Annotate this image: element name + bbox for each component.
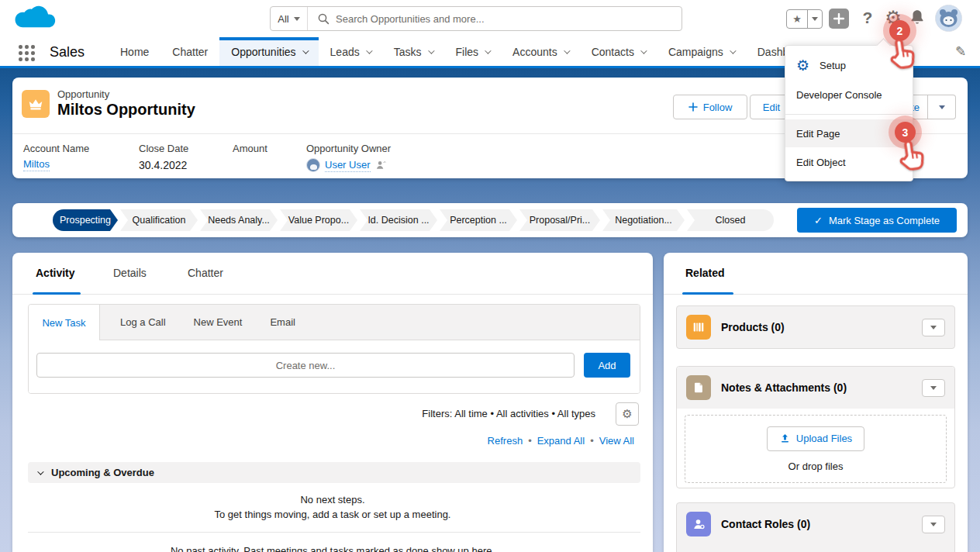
barcode-icon xyxy=(692,320,706,334)
tab-details[interactable]: Details xyxy=(113,267,147,279)
notes-header[interactable]: Notes & Attachments (0) xyxy=(677,367,954,409)
plus-icon xyxy=(688,102,698,112)
chevron-down-icon xyxy=(302,47,309,53)
panel-tabs-row xyxy=(12,253,653,295)
composer-tab-log-a-call[interactable]: Log a Call xyxy=(120,316,166,328)
view-all-link[interactable]: View All xyxy=(599,435,634,447)
chevron-down-icon xyxy=(366,47,372,53)
plus-icon xyxy=(833,13,844,24)
help-button[interactable]: ? xyxy=(859,8,876,28)
salesforce-app-window: All ★ ? ⚙ Sales xyxy=(0,0,980,552)
path-stage-closed[interactable]: Closed xyxy=(687,209,774,231)
contact-roles-menu-button[interactable] xyxy=(922,516,945,533)
follow-button[interactable]: Follow xyxy=(673,95,747,119)
composer-tab-new-event[interactable]: New Event xyxy=(194,316,243,328)
owner-link[interactable]: User User xyxy=(325,159,371,172)
products-icon xyxy=(686,315,711,340)
search-scope-selector[interactable]: All xyxy=(271,7,308,30)
activity-filters-summary[interactable]: Filters: All time • All activities • All… xyxy=(422,408,595,419)
favorites-control: ★ xyxy=(786,9,823,29)
chevron-down-icon xyxy=(564,47,570,53)
active-tab-underline xyxy=(33,292,81,295)
contact-roles-related-list: Contact Roles (0) xyxy=(676,502,955,552)
create-new-task-input[interactable] xyxy=(36,353,575,378)
app-launcher-icon[interactable] xyxy=(19,45,35,61)
expand-all-link[interactable]: Expand All xyxy=(537,435,585,447)
sales-path: Prospecting Qualification Needs Analy...… xyxy=(53,209,776,231)
composer-tab-email[interactable]: Email xyxy=(270,316,295,328)
chevron-down-icon xyxy=(428,47,434,53)
contact-roles-icon xyxy=(686,512,711,536)
mark-stage-complete-button[interactable]: ✓ Mark Stage as Complete xyxy=(797,208,957,233)
check-icon: ✓ xyxy=(814,215,823,226)
path-stage-id-decision[interactable]: Id. Decision ... xyxy=(360,209,437,231)
chevron-down-icon xyxy=(930,523,937,526)
notes-icon xyxy=(686,375,711,400)
global-actions-button[interactable] xyxy=(829,9,849,29)
upcoming-overdue-section-header[interactable]: Upcoming & Overdue xyxy=(28,462,640,483)
nav-tab-files[interactable]: Files xyxy=(444,37,502,66)
account-link[interactable]: Miltos xyxy=(23,158,50,171)
record-title: Miltos Opportunity xyxy=(57,101,195,119)
notifications-button[interactable] xyxy=(909,8,926,27)
composer-tab-new-task[interactable]: New Task xyxy=(29,305,100,340)
crown-icon xyxy=(27,95,44,112)
edit-navigation-pencil-icon[interactable]: ✎ xyxy=(955,43,966,60)
favorite-star-button[interactable]: ★ xyxy=(787,10,808,28)
nav-tab-contacts[interactable]: Contacts xyxy=(580,37,657,66)
activity-filters-gear-button[interactable]: ⚙ xyxy=(616,402,639,426)
nav-tab-tasks[interactable]: Tasks xyxy=(382,37,444,66)
activity-composer: New Task Log a Call New Event Email Add xyxy=(28,304,640,394)
tab-activity[interactable]: Activity xyxy=(36,267,75,279)
tab-chatter[interactable]: Chatter xyxy=(188,267,223,279)
file-drop-zone[interactable]: Upload Files Or drop files xyxy=(685,415,947,483)
search-scope-label: All xyxy=(278,13,288,25)
tab-related[interactable]: Related xyxy=(685,267,725,279)
path-stage-negotiation[interactable]: Negotiation... xyxy=(602,209,685,231)
composer-tabs: New Task Log a Call New Event Email xyxy=(29,305,640,340)
path-stage-needs-analysis[interactable]: Needs Analy... xyxy=(200,209,278,231)
refresh-link[interactable]: Refresh xyxy=(488,435,523,447)
chevron-down-icon xyxy=(294,17,300,21)
nav-tab-chatter[interactable]: Chatter xyxy=(160,37,219,66)
path-stage-qualification[interactable]: Qualification xyxy=(120,209,198,231)
path-stage-perception[interactable]: Perception ... xyxy=(440,209,517,231)
note-page-icon xyxy=(692,381,706,395)
contact-roles-header[interactable]: Contact Roles (0) xyxy=(677,503,954,545)
astro-avatar-image xyxy=(936,5,961,31)
nav-tab-campaigns[interactable]: Campaigns xyxy=(657,37,746,66)
chevron-down-icon xyxy=(812,17,818,21)
more-actions-button[interactable] xyxy=(928,95,956,119)
nav-tabs: Home Chatter Opportunities Leads Tasks F… xyxy=(109,37,838,66)
salesforce-logo xyxy=(14,5,56,33)
nav-tab-accounts[interactable]: Accounts xyxy=(501,37,580,66)
global-header: All ★ ? ⚙ xyxy=(0,0,980,37)
change-owner-icon[interactable] xyxy=(375,160,386,171)
products-menu-button[interactable] xyxy=(922,319,945,336)
search-icon xyxy=(317,12,330,25)
chevron-down-icon xyxy=(939,105,945,109)
active-tab-underline xyxy=(682,292,733,295)
user-avatar[interactable] xyxy=(935,5,962,32)
nav-tab-leads[interactable]: Leads xyxy=(319,37,382,66)
search-input[interactable] xyxy=(330,13,682,25)
opportunity-entity-icon xyxy=(22,90,50,118)
menu-item-developer-console[interactable]: Developer Console xyxy=(785,80,913,109)
notes-menu-button[interactable] xyxy=(922,379,945,397)
products-header[interactable]: Products (0) xyxy=(677,306,954,348)
path-stage-prospecting[interactable]: Prospecting xyxy=(53,209,118,231)
favorites-list-button[interactable] xyxy=(808,10,822,28)
nav-tab-home[interactable]: Home xyxy=(109,37,160,66)
empty-state-title: No next steps. xyxy=(12,494,653,505)
upload-files-button[interactable]: Upload Files xyxy=(767,426,864,451)
nav-tab-opportunities[interactable]: Opportunities xyxy=(219,37,318,66)
path-stage-proposal[interactable]: Proposal/Pri... xyxy=(519,209,600,231)
add-task-button[interactable]: Add xyxy=(584,353,630,378)
help-icon: ? xyxy=(863,9,873,27)
empty-state-subtitle: To get things moving, add a task or set … xyxy=(12,509,653,520)
path-stage-value-proposition[interactable]: Value Propo... xyxy=(280,209,357,231)
activity-panel: Activity Details Chatter New Task Log a … xyxy=(12,253,653,552)
chevron-down-icon xyxy=(930,326,937,329)
annotation-step-3-hand-cursor-icon xyxy=(891,135,933,177)
app-name[interactable]: Sales xyxy=(50,44,85,60)
